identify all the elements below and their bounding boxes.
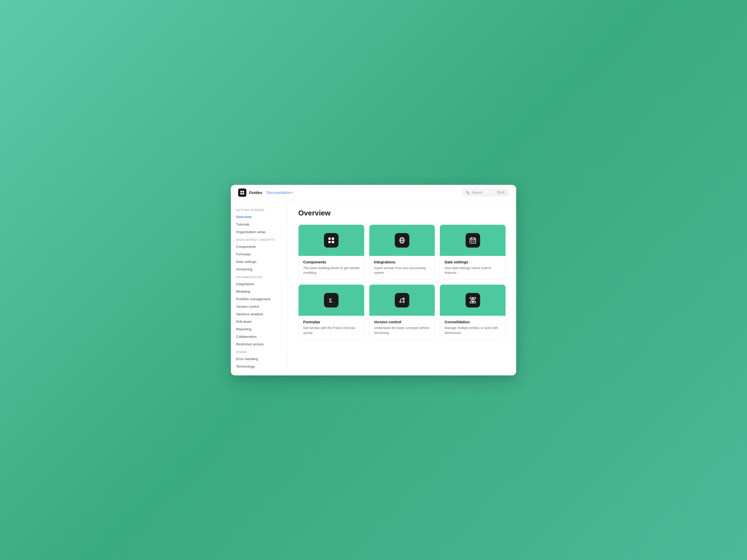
sidebar-item-label: Reporting <box>236 327 251 331</box>
app-window: Guides Documentation ▾ 🔍 Search ⌘+K GETT… <box>231 185 516 375</box>
sidebar-item-drill-down[interactable]: Drill-down› <box>231 318 288 325</box>
sidebar-item-label: Terminology <box>236 365 255 368</box>
sidebar-item-version-control[interactable]: Version control› <box>231 303 288 310</box>
search-placeholder: Search <box>471 191 495 194</box>
svg-rect-26 <box>473 301 476 303</box>
svg-rect-7 <box>332 241 334 243</box>
search-icon: 🔍 <box>466 191 470 194</box>
card-desc: How date settings unlock built-in featur… <box>444 266 501 275</box>
sidebar-item-label: Variance analysis <box>236 312 263 316</box>
version-control-icon <box>395 293 409 308</box>
sidebar-item-label: Drill-down <box>236 320 252 324</box>
card-body: ConsolidationManage multiple entities or… <box>440 316 506 340</box>
card-consolidation[interactable]: ConsolidationManage multiple entities or… <box>440 285 506 340</box>
sidebar-item-tutorials[interactable]: Tutorials› <box>231 221 288 228</box>
svg-rect-6 <box>328 241 331 243</box>
svg-text:Σ: Σ <box>329 298 332 303</box>
formulas-icon: Σ <box>324 293 338 308</box>
consolidation-icon <box>466 293 480 308</box>
nav-chevron-icon: ▾ <box>291 191 293 194</box>
card-title: Components <box>303 260 360 264</box>
chevron-right-icon: › <box>281 335 282 338</box>
svg-rect-3 <box>242 193 244 194</box>
sidebar-item-formulas[interactable]: Formulas <box>231 250 288 258</box>
chevron-right-icon: › <box>281 327 282 330</box>
sidebar-item-versioning[interactable]: Versioning <box>231 265 288 273</box>
sidebar-item-terminology[interactable]: Terminology <box>231 363 288 370</box>
sidebar-section-label: GETTING STARTED <box>231 206 288 213</box>
svg-rect-27 <box>471 299 474 301</box>
sidebar-item-organization-setup[interactable]: Organization setup› <box>231 228 288 236</box>
sidebar-item-label: Integrations <box>236 282 254 286</box>
date-settings-icon <box>466 233 480 247</box>
sidebar-item-date-settings[interactable]: Date settings <box>231 258 288 265</box>
chevron-right-icon: › <box>281 320 282 323</box>
svg-rect-2 <box>240 193 242 194</box>
sidebar-item-label: Collaboration <box>236 335 257 339</box>
svg-rect-4 <box>328 238 331 240</box>
card-integrations[interactable]: IntegrationsImport actuals from your acc… <box>369 224 435 280</box>
cards-grid: ComponentsThe basic building blocks to g… <box>298 224 506 340</box>
sidebar-section-label: HIGHLIGHTED CONCEPTS <box>231 236 288 243</box>
svg-rect-11 <box>470 238 476 243</box>
brand-label: Guides <box>249 190 262 195</box>
sidebar-item-label: Tutorials <box>236 222 249 226</box>
sidebar-item-components[interactable]: Components <box>231 243 288 250</box>
svg-rect-15 <box>471 241 472 242</box>
header-nav: Documentation ▾ <box>266 191 293 195</box>
sidebar-item-label: Modeling <box>236 290 250 293</box>
chevron-right-icon: › <box>281 343 282 346</box>
sidebar-item-label: Versioning <box>236 267 252 271</box>
card-desc: The basic building blocks to get started… <box>303 266 360 275</box>
card-title: Date settings <box>444 260 501 264</box>
card-icon-area <box>299 225 364 256</box>
chevron-right-icon: › <box>281 305 282 308</box>
sidebar-item-collaboration[interactable]: Collaboration› <box>231 333 288 340</box>
search-bar[interactable]: 🔍 Search ⌘+K <box>462 189 509 196</box>
svg-point-18 <box>400 301 401 302</box>
sidebar-item-label: Date settings <box>236 260 257 264</box>
sidebar-item-error-handling[interactable]: Error handling <box>231 355 288 363</box>
card-body: FormulasGet familiar with the Francis fo… <box>299 316 364 340</box>
card-body: Date settingsHow date settings unlock bu… <box>440 256 506 280</box>
card-title: Consolidation <box>444 320 501 324</box>
sidebar-item-label: Organization setup <box>236 230 265 234</box>
page-title: Overview <box>298 209 506 217</box>
card-title: Formulas <box>303 320 360 324</box>
card-formulas[interactable]: Σ FormulasGet familiar with the Francis … <box>298 285 364 340</box>
svg-rect-23 <box>470 297 472 299</box>
card-icon-area: Σ <box>299 285 364 316</box>
card-desc: Understand the basic concepts behind ver… <box>374 326 430 336</box>
components-icon <box>324 233 338 247</box>
card-body: Version controlUnderstand the basic conc… <box>369 316 435 340</box>
svg-rect-0 <box>240 191 242 192</box>
svg-rect-1 <box>242 191 244 192</box>
sidebar-section-label: OTHER <box>231 348 288 355</box>
sidebar-item-label: Error handling <box>236 357 258 361</box>
sidebar-item-overview[interactable]: Overview <box>231 213 288 221</box>
sidebar-item-label: Portfolio management <box>236 297 270 301</box>
sidebar-item-variance-analysis[interactable]: Variance analysis› <box>231 310 288 318</box>
sidebar-item-integrations[interactable]: Integrations› <box>231 280 288 288</box>
svg-point-20 <box>403 301 404 302</box>
chevron-right-icon: › <box>281 223 282 226</box>
sidebar-item-restricted-access[interactable]: Restricted access› <box>231 340 288 348</box>
card-version-control[interactable]: Version controlUnderstand the basic conc… <box>369 285 435 340</box>
sidebar-item-modeling[interactable]: Modeling› <box>231 288 288 295</box>
card-body: IntegrationsImport actuals from your acc… <box>369 256 435 280</box>
card-desc: Manage multiple entities or work with di… <box>444 326 501 336</box>
sidebar-item-reporting[interactable]: Reporting› <box>231 325 288 333</box>
sidebar-item-portfolio-management[interactable]: Portfolio management› <box>231 295 288 303</box>
card-title: Integrations <box>374 260 430 264</box>
sidebar-item-label: Version control <box>236 304 259 309</box>
svg-rect-5 <box>332 238 334 240</box>
sidebar: GETTING STARTEDOverviewTutorials›Organiz… <box>231 201 288 375</box>
chevron-right-icon: › <box>281 282 282 286</box>
card-date-settings[interactable]: Date settingsHow date settings unlock bu… <box>440 224 506 280</box>
card-desc: Import actuals from your accounting syst… <box>374 266 430 275</box>
card-icon-area <box>369 285 435 316</box>
chevron-right-icon: › <box>281 290 282 293</box>
card-components[interactable]: ComponentsThe basic building blocks to g… <box>298 224 364 280</box>
nav-documentation[interactable]: Documentation ▾ <box>266 191 293 195</box>
sidebar-item-label: Overview <box>236 215 252 219</box>
